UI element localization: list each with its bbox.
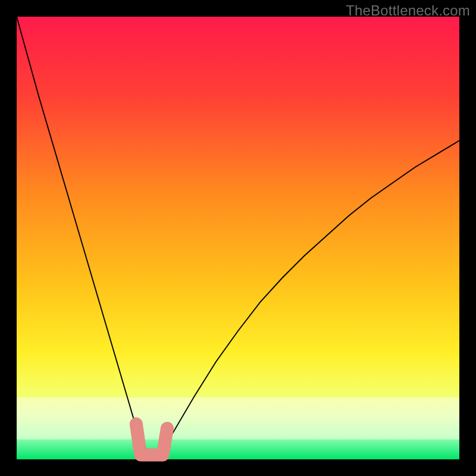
bottleneck-chart: [0, 0, 476, 476]
chart-frame: TheBottleneck.com: [0, 0, 476, 476]
highlight-band: [17, 397, 459, 440]
plot-background: [17, 17, 459, 459]
